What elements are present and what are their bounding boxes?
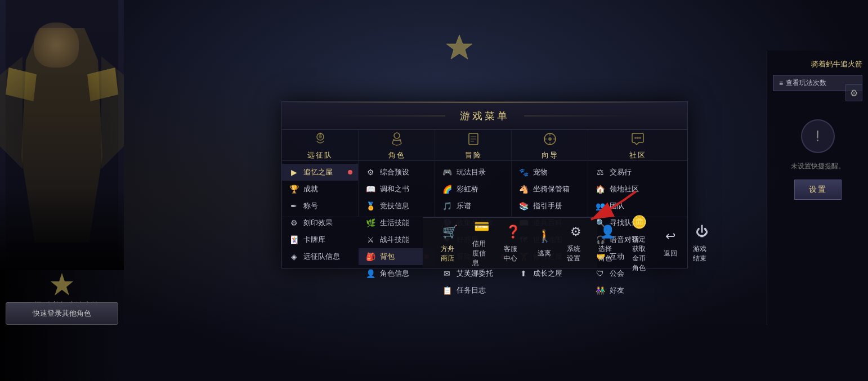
adventure-emblem-icon [466,131,481,147]
character-col-icon [388,130,406,148]
guide-emblem-icon [542,131,558,147]
card-library-icon: 🃏 [289,235,299,245]
menu-item-gameplay-list[interactable]: 🎮 玩法目录 [435,164,511,181]
col-title-character: 角色 [388,150,405,160]
end-game-icon: ⏻ [693,223,711,241]
col-header-guide: 向导 [512,130,588,161]
menu-item-friends[interactable]: 👫 好友 [588,282,687,299]
col-title-expedition: 远征队 [307,150,333,160]
svg-marker-1 [446,35,472,59]
taskbar-credit-info[interactable]: 💳 信用度信息 [466,213,497,272]
competitive-info-icon: 🏅 [365,201,375,211]
menu-item-rainbow-bridge[interactable]: 🌈 彩虹桥 [435,181,511,198]
menu-item-music-sheet[interactable]: 🎵 乐谱 [435,198,511,214]
rainbow-bridge-icon: 🌈 [442,184,452,194]
column-adventure: 冒险 🎮 玩法目录 🌈 彩虹桥 🎵 乐谱 [435,130,512,217]
reminder-area: ! 未设置快捷提醒。 设置 [773,119,862,200]
taskbar-return[interactable]: ↩ 返回 [655,223,686,263]
col-header-adventure: 冒险 [435,130,511,161]
menu-item-harmony-book[interactable]: 📖 调和之书 [359,181,435,198]
menu-item-trading-post[interactable]: ⚖ 交易行 [588,164,687,181]
col-title-adventure: 冒险 [465,150,482,160]
menu-columns: 远征队 ▶ 追忆之屋 🏆 成就 ✒ 称号 [282,130,687,217]
house-memory-icon: ▶ [289,167,299,177]
col-header-expedition: 远征队 [282,130,358,161]
escape-icon: 🚶 [535,227,553,245]
menu-item-engraving[interactable]: ⚙ 刻印效果 [282,214,358,231]
wing-right [101,56,124,169]
character-info-icon: 👤 [365,268,375,279]
music-sheet-icon: 🎵 [442,201,452,211]
wing-left [0,56,23,169]
friends-icon: 👫 [595,285,605,295]
guide-manual-icon: 📚 [518,201,529,211]
menu-item-card-library[interactable]: 🃏 卡牌库 [282,231,358,248]
general-preset-icon: ⚙ [365,167,375,177]
top-emblem-icon [442,34,476,68]
taskbar-system-settings[interactable]: ⚙ 系统设置 [560,218,592,268]
ark-shop-icon: 🛒 [441,223,459,241]
title-deco-right [524,115,637,116]
column-expedition: 远征队 ▶ 追忆之屋 🏆 成就 ✒ 称号 [282,130,359,217]
reminder-settings-button[interactable]: 设置 [794,180,842,200]
taskbar-escape[interactable]: 🚶 逃离 [529,223,560,263]
svg-point-18 [639,137,641,139]
menu-item-general-preset[interactable]: ⚙ 综合预设 [359,164,435,181]
menu-item-guide-manual[interactable]: 📚 指引手册 [512,198,588,214]
menu-item-house-of-memory[interactable]: ▶ 追忆之屋 [282,164,358,181]
system-settings-icon: ⚙ [567,223,585,241]
menu-panel-wrapper: 游戏菜单 远征队 [141,51,778,325]
designated-gold-icon: 🪙 [630,213,648,231]
expedition-emblem-icon [312,131,328,147]
taskbar-end-game[interactable]: ⏻ 游戏结束 [686,218,718,268]
menu-item-title[interactable]: ✒ 称号 [282,198,358,214]
svg-point-5 [394,133,400,138]
taskbar: 🛒 方舟商店 💳 信用度信息 ❓ 客服中心 🚶 逃离 ⚙ 系统设置 👤 选择 [423,217,597,268]
list-icon: ≡ [779,79,783,87]
eavna-request-icon: ✉ [442,268,452,279]
taskbar-designated-gold[interactable]: 🪙 指定获取 金币角色 [623,209,655,277]
svg-point-16 [634,137,637,139]
svg-point-11 [548,137,552,141]
taskbar-select-character[interactable]: 👤 选择角色 [592,218,623,268]
col-title-guide: 向导 [542,150,558,160]
backpack-icon: 🎒 [365,252,375,262]
gameplay-list-icon: 🎮 [442,167,452,177]
menu-item-quest-journal[interactable]: 📋 任务日志 [435,282,511,299]
player-name-header: 骑着蚂牛追火箭 [773,59,862,69]
guide-col-icon [541,130,559,148]
character-emblem-icon [389,131,405,147]
gear-button[interactable]: ⚙ [845,84,862,101]
quick-login-button[interactable]: 快速登录其他角色 [6,302,118,325]
col-header-character: 角色 [359,130,435,161]
select-character-icon: 👤 [598,223,616,241]
taskbar-customer-service[interactable]: ❓ 客服中心 [497,218,529,268]
col-header-community: 社区 [588,130,687,161]
credit-info-icon: 💳 [472,218,490,236]
char-emblem [48,270,76,298]
title-deco-left [333,115,445,116]
top-emblem [442,34,476,68]
emblem-icon [48,270,76,298]
menu-item-expedition-info[interactable]: ◈ 远征队信息 [282,248,358,265]
menu-item-mount-storage[interactable]: 🐴 坐骑保管箱 [512,181,588,198]
taskbar-ark-shop[interactable]: 🛒 方舟商店 [434,218,466,268]
column-character: 角色 ⚙ 综合预设 📖 调和之书 🏅 竞技信息 [359,130,435,217]
reminder-text: 未设置快捷提醒。 [791,162,845,171]
title-bar: 游戏菜单 [282,102,687,130]
menu-item-achievement[interactable]: 🏆 成就 [282,181,358,198]
achievement-icon: 🏆 [289,184,299,194]
team-icon: 👥 [595,201,605,211]
svg-point-17 [637,137,639,139]
guild-icon: 🛡 [595,268,605,279]
mount-storage-icon: 🐴 [518,184,529,194]
character-panel: 10级 骑着蚂牛追火箭 ⬆ 53.33 快速登录其他角色 [0,0,124,381]
portrait-shadow [0,186,124,270]
menu-item-territory-community[interactable]: 🏠 领地社区 [588,181,687,198]
return-icon: ↩ [661,227,679,245]
character-portrait [0,0,124,270]
menu-item-pet[interactable]: 🐾 宠物 [512,164,588,181]
menu-item-competitive-info[interactable]: 🏅 竞技信息 [359,198,435,214]
expedition-info-icon: ◈ [289,252,299,262]
customer-service-icon: ❓ [504,223,522,241]
